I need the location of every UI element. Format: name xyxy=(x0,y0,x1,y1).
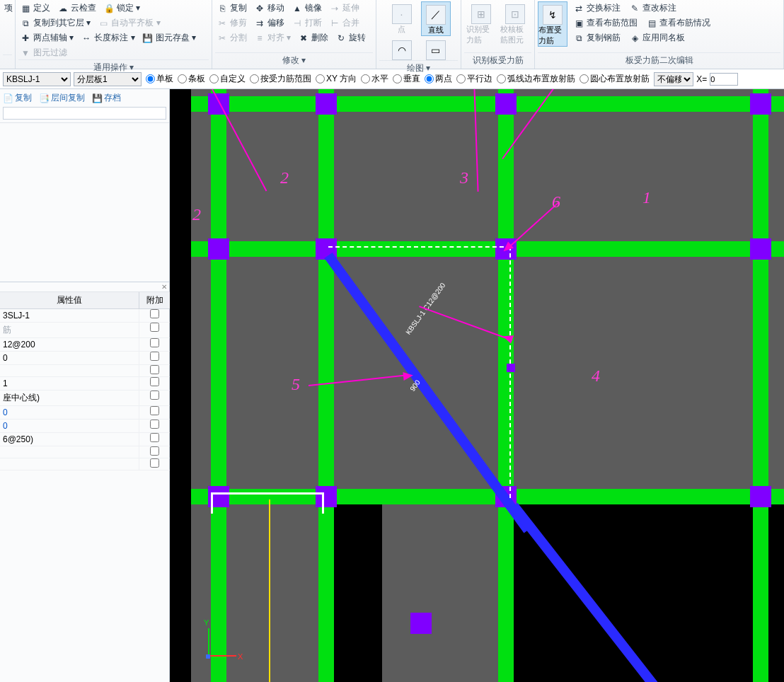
ribbon-button[interactable]: ▦定义 xyxy=(18,1,52,15)
ribbon-big-button[interactable]: ▭ xyxy=(421,37,451,60)
ribbon-group-label: 通用操作 ▾ xyxy=(18,59,209,76)
ribbon-icon: ⊣ xyxy=(292,18,303,29)
annotation-label: 1 xyxy=(642,188,651,207)
annotation-label: 2 xyxy=(192,205,201,224)
column xyxy=(750,238,771,260)
property-row[interactable]: 0 xyxy=(0,420,170,433)
ribbon-big-button: ·点 xyxy=(387,1,417,36)
property-close-icon[interactable]: ✕ xyxy=(0,282,170,292)
property-row[interactable]: 座中心线) xyxy=(0,391,170,406)
property-row[interactable]: 1 xyxy=(0,377,170,391)
ribbon-group-label: 识别板受力筋 xyxy=(464,52,531,69)
placement-radio[interactable]: 平行边 xyxy=(456,73,492,85)
drawing-canvas[interactable]: 900 KBSLJ-1 C12@200 YX 1 2 2 3 4 5 xyxy=(170,89,784,682)
copy-button[interactable]: 📄 复制 xyxy=(3,92,32,104)
column xyxy=(208,93,229,115)
annotation-label: 4 xyxy=(592,366,600,386)
property-row[interactable]: 6@250) xyxy=(0,433,170,446)
property-row[interactable] xyxy=(0,446,170,458)
ribbon-button[interactable]: ✥移动 xyxy=(253,1,286,15)
marker xyxy=(507,364,515,372)
placement-radio[interactable]: 圆心布置放射筋 xyxy=(580,73,650,85)
ribbon-group-draw: ·点／直线◠▭ 绘图 ▾ xyxy=(376,0,461,69)
annotation-arrowhead xyxy=(403,371,413,381)
property-row[interactable] xyxy=(0,365,170,377)
ribbon-button[interactable]: ▤查看布筋情况 xyxy=(645,16,712,30)
ribbon-icon: ≡ xyxy=(254,33,265,44)
ribbon-icon: ▣ xyxy=(573,18,584,29)
prop-extra-checkbox[interactable] xyxy=(150,338,159,347)
ribbon-button[interactable]: ✎查改标注 xyxy=(628,1,678,15)
ribbon-icon: ⇢ xyxy=(329,3,340,14)
ribbon-group-label: 板受力筋二次编辑 xyxy=(538,52,780,69)
stub-item[interactable]: 项 xyxy=(3,1,14,15)
search-input[interactable] xyxy=(3,107,166,120)
ribbon-icon: ▼ xyxy=(20,47,31,59)
ribbon-button[interactable]: ⎘复制 xyxy=(215,1,248,15)
ribbon-button[interactable]: ✖删除 xyxy=(296,31,330,45)
ribbon-button[interactable]: ↻旋转 xyxy=(334,31,367,45)
slab xyxy=(191,89,784,499)
prop-extra-checkbox[interactable] xyxy=(150,309,159,318)
property-row[interactable]: 3SLJ-1 xyxy=(0,309,170,323)
prop-extra-checkbox[interactable] xyxy=(150,406,159,415)
ribbon-button[interactable]: ✚两点辅轴 ▾ xyxy=(18,31,75,45)
ribbon-button[interactable]: 🔒锁定 ▾ xyxy=(102,1,142,15)
rebar-bar[interactable] xyxy=(509,503,744,682)
interlayer-copy-button[interactable]: 📑 层间复制 xyxy=(39,92,85,104)
ribbon-button[interactable]: ◈应用同名板 xyxy=(628,31,686,45)
placement-radio[interactable]: 自定义 xyxy=(209,73,246,85)
prop-extra-checkbox[interactable] xyxy=(150,352,159,361)
guideline xyxy=(269,499,270,682)
ribbon-icon: ▭ xyxy=(426,40,446,60)
prop-extra-checkbox[interactable] xyxy=(150,446,159,456)
annotation-label: 3 xyxy=(460,168,468,187)
prop-extra-checkbox[interactable] xyxy=(150,365,159,374)
ribbon-button: ✂分割 xyxy=(215,31,248,45)
slab xyxy=(382,499,509,682)
placement-radio[interactable]: XY 方向 xyxy=(316,73,357,85)
ribbon-button[interactable]: ☁云检查 xyxy=(56,1,98,15)
ribbon-big-button[interactable]: ／直线 xyxy=(421,1,451,36)
ribbon-icon: ⧉ xyxy=(573,33,584,44)
prop-extra-checkbox[interactable] xyxy=(150,420,159,429)
ribbon-icon: ↔ xyxy=(81,33,92,44)
ribbon-button: ▼图元过滤 xyxy=(18,46,69,59)
prop-extra-checkbox[interactable] xyxy=(150,391,159,400)
prop-extra-checkbox[interactable] xyxy=(150,433,159,442)
ribbon-button[interactable]: ↔长度标注 ▾ xyxy=(79,31,136,45)
ribbon-button: ⇢延伸 xyxy=(328,1,361,15)
offset-select[interactable]: 不偏移 xyxy=(654,72,693,86)
ribbon-button[interactable]: ⧉复制钢筋 xyxy=(572,31,622,45)
archive-button[interactable]: 💾 存档 xyxy=(92,92,121,104)
placement-radio[interactable]: 弧线边布置放射筋 xyxy=(497,73,575,85)
ribbon-icon: ▲ xyxy=(292,3,303,14)
ribbon-group-rebar-edit: ↯布置受力筋⇄交换标注✎查改标注▣查看布筋范围▤查看布筋情况⧉复制钢筋◈应用同名… xyxy=(535,0,784,69)
ribbon-button[interactable]: ▣查看布筋范围 xyxy=(572,16,639,30)
ribbon-button[interactable]: ▲镜像 xyxy=(290,1,323,15)
prop-extra-checkbox[interactable] xyxy=(150,377,159,386)
ribbon-button: ✂修剪 xyxy=(215,16,248,30)
column xyxy=(750,93,771,115)
x-input[interactable] xyxy=(710,73,738,86)
property-row[interactable] xyxy=(0,458,170,470)
ribbon-icon: ↻ xyxy=(335,33,347,44)
ribbon-button[interactable]: ⇄交换标注 xyxy=(572,1,622,15)
ribbon-big-button[interactable]: ◠ xyxy=(387,37,417,60)
ribbon-icon: ⊡ xyxy=(505,4,525,24)
placement-radio[interactable]: 按受力筋范围 xyxy=(250,73,311,85)
ribbon-button[interactable]: 💾图元存盘 ▾ xyxy=(141,31,197,45)
prop-extra-checkbox[interactable] xyxy=(150,323,159,332)
ribbon-icon: ✂ xyxy=(217,33,228,44)
prop-header-extra: 附加 xyxy=(139,292,170,308)
property-row[interactable]: 0 xyxy=(0,406,170,420)
property-row[interactable]: 12@200 xyxy=(0,338,170,352)
prop-extra-checkbox[interactable] xyxy=(150,458,159,468)
ribbon-button[interactable]: ⧉复制到其它层 ▾ xyxy=(18,16,92,30)
property-row[interactable]: 筋 xyxy=(0,323,170,338)
ribbon-icon: ✚ xyxy=(20,33,31,44)
property-row[interactable]: 0 xyxy=(0,352,170,365)
column xyxy=(750,486,771,507)
ribbon-button[interactable]: ⇉偏移 xyxy=(253,16,286,30)
place-rebar-button[interactable]: ↯布置受力筋 xyxy=(538,1,567,47)
